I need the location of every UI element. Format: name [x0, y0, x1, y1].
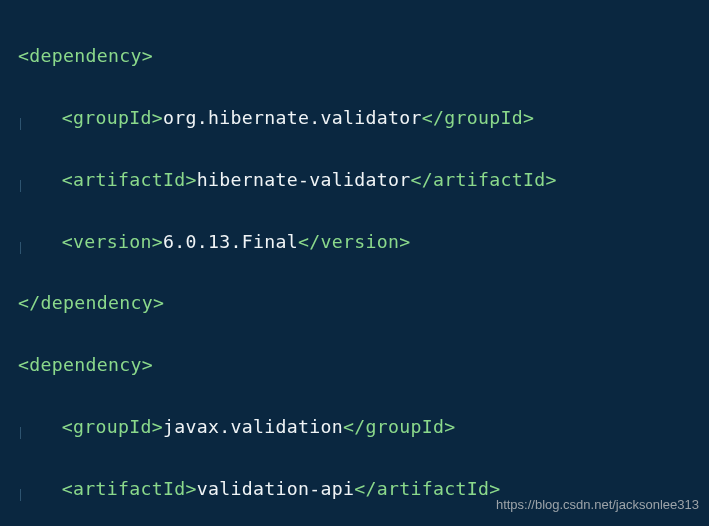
groupid-value: javax.validation	[163, 416, 343, 437]
groupid-line: <groupId>org.hibernate.validator</groupI…	[18, 103, 709, 134]
watermark-text: https://blog.csdn.net/jacksonlee313	[496, 494, 699, 516]
artifactid-value: hibernate-validator	[197, 169, 411, 190]
artifactid-line: <artifactId>hibernate-validator</artifac…	[18, 165, 709, 196]
dep-close: </dependency>	[18, 288, 709, 319]
version-value: 6.0.13.Final	[163, 231, 298, 252]
xml-code-block: <dependency> <groupId>org.hibernate.vali…	[18, 10, 709, 526]
groupid-value: org.hibernate.validator	[163, 107, 422, 128]
version-line: <version>6.0.13.Final</version>	[18, 227, 709, 258]
groupid-line: <groupId>javax.validation</groupId>	[18, 412, 709, 443]
dep-open: <dependency>	[18, 350, 709, 381]
dep-open: <dependency>	[18, 41, 709, 72]
artifactid-value: validation-api	[197, 478, 355, 499]
